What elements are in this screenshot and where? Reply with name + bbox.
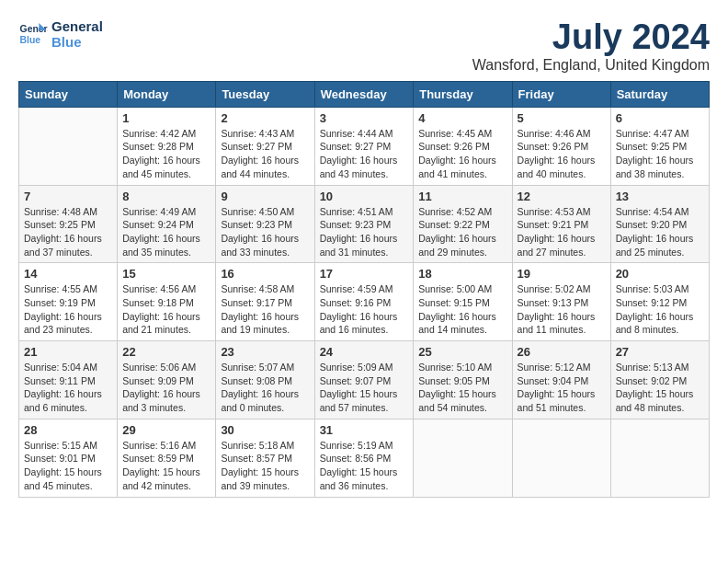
- calendar-week-5: 28Sunrise: 5:15 AMSunset: 9:01 PMDayligh…: [19, 419, 710, 497]
- day-number: 7: [24, 190, 112, 203]
- day-info: Sunrise: 4:48 AMSunset: 9:25 PMDaylight:…: [24, 205, 112, 259]
- calendar-cell: 3Sunrise: 4:44 AMSunset: 9:27 PMDaylight…: [314, 107, 414, 185]
- day-info: Sunrise: 4:59 AMSunset: 9:16 PMDaylight:…: [320, 282, 409, 337]
- day-number: 26: [518, 345, 606, 359]
- day-info: Sunrise: 4:47 AMSunset: 9:25 PMDaylight:…: [616, 127, 704, 181]
- calendar-cell: 16Sunrise: 4:58 AMSunset: 9:17 PMDayligh…: [216, 263, 314, 341]
- calendar-cell: 5Sunrise: 4:46 AMSunset: 9:26 PMDaylight…: [512, 107, 610, 185]
- day-number: 25: [418, 345, 506, 359]
- location: Wansford, England, United Kingdom: [472, 57, 710, 74]
- day-number: 10: [320, 190, 409, 203]
- day-info: Sunrise: 5:07 AMSunset: 9:08 PMDaylight:…: [221, 361, 309, 415]
- logo-blue: Blue: [51, 34, 103, 50]
- day-number: 14: [24, 267, 112, 281]
- day-info: Sunrise: 4:49 AMSunset: 9:24 PMDaylight:…: [122, 205, 210, 259]
- calendar-cell: 7Sunrise: 4:48 AMSunset: 9:25 PMDaylight…: [19, 185, 118, 263]
- day-info: Sunrise: 5:18 AMSunset: 8:57 PMDaylight:…: [221, 439, 309, 493]
- day-info: Sunrise: 5:19 AMSunset: 8:56 PMDaylight:…: [320, 439, 409, 493]
- calendar-cell: [512, 419, 610, 497]
- day-info: Sunrise: 5:12 AMSunset: 9:04 PMDaylight:…: [518, 361, 606, 415]
- day-number: 3: [320, 111, 409, 125]
- day-info: Sunrise: 4:46 AMSunset: 9:26 PMDaylight:…: [518, 127, 606, 181]
- day-info: Sunrise: 4:52 AMSunset: 9:22 PMDaylight:…: [418, 205, 506, 259]
- day-header-friday: Friday: [512, 81, 610, 107]
- calendar-cell: 25Sunrise: 5:10 AMSunset: 9:05 PMDayligh…: [414, 341, 512, 419]
- calendar-cell: 27Sunrise: 5:13 AMSunset: 9:02 PMDayligh…: [610, 341, 709, 419]
- title-section: July 2024 Wansford, England, United King…: [472, 18, 710, 74]
- calendar-cell: 31Sunrise: 5:19 AMSunset: 8:56 PMDayligh…: [314, 419, 414, 497]
- calendar-week-3: 14Sunrise: 4:55 AMSunset: 9:19 PMDayligh…: [19, 263, 710, 341]
- calendar-cell: 22Sunrise: 5:06 AMSunset: 9:09 PMDayligh…: [118, 341, 216, 419]
- day-header-thursday: Thursday: [414, 81, 512, 107]
- day-info: Sunrise: 5:09 AMSunset: 9:07 PMDaylight:…: [320, 361, 409, 415]
- day-number: 1: [122, 111, 210, 125]
- calendar-cell: 29Sunrise: 5:16 AMSunset: 8:59 PMDayligh…: [118, 419, 216, 497]
- calendar-cell: 4Sunrise: 4:45 AMSunset: 9:26 PMDaylight…: [414, 107, 512, 185]
- day-number: 28: [24, 423, 112, 437]
- day-number: 22: [122, 345, 210, 359]
- day-info: Sunrise: 4:50 AMSunset: 9:23 PMDaylight:…: [221, 205, 309, 259]
- calendar-cell: 19Sunrise: 5:02 AMSunset: 9:13 PMDayligh…: [512, 263, 610, 341]
- day-number: 23: [221, 345, 309, 359]
- day-number: 27: [616, 345, 704, 359]
- day-number: 20: [616, 267, 704, 281]
- day-number: 2: [221, 111, 309, 125]
- calendar-cell: 24Sunrise: 5:09 AMSunset: 9:07 PMDayligh…: [314, 341, 414, 419]
- day-info: Sunrise: 4:44 AMSunset: 9:27 PMDaylight:…: [320, 127, 409, 181]
- day-number: 4: [418, 111, 506, 125]
- day-info: Sunrise: 5:00 AMSunset: 9:15 PMDaylight:…: [418, 282, 506, 337]
- day-number: 29: [122, 423, 210, 437]
- calendar-cell: 21Sunrise: 5:04 AMSunset: 9:11 PMDayligh…: [19, 341, 118, 419]
- day-number: 8: [122, 190, 210, 203]
- day-info: Sunrise: 4:55 AMSunset: 9:19 PMDaylight:…: [24, 282, 112, 337]
- day-number: 15: [122, 267, 210, 281]
- calendar-cell: 28Sunrise: 5:15 AMSunset: 9:01 PMDayligh…: [19, 419, 118, 497]
- calendar-cell: [610, 419, 709, 497]
- day-number: 31: [320, 423, 409, 437]
- day-info: Sunrise: 5:03 AMSunset: 9:12 PMDaylight:…: [616, 282, 704, 337]
- day-number: 18: [418, 267, 506, 281]
- day-number: 9: [221, 190, 309, 203]
- calendar-cell: 30Sunrise: 5:18 AMSunset: 8:57 PMDayligh…: [216, 419, 314, 497]
- day-header-monday: Monday: [118, 81, 216, 107]
- calendar-table: SundayMondayTuesdayWednesdayThursdayFrid…: [18, 81, 710, 498]
- calendar-week-1: 1Sunrise: 4:42 AMSunset: 9:28 PMDaylight…: [19, 107, 710, 185]
- day-number: 11: [418, 190, 506, 203]
- calendar-cell: 8Sunrise: 4:49 AMSunset: 9:24 PMDaylight…: [118, 185, 216, 263]
- day-info: Sunrise: 4:53 AMSunset: 9:21 PMDaylight:…: [518, 205, 606, 259]
- calendar-cell: 11Sunrise: 4:52 AMSunset: 9:22 PMDayligh…: [414, 185, 512, 263]
- day-info: Sunrise: 4:58 AMSunset: 9:17 PMDaylight:…: [221, 282, 309, 337]
- day-number: 6: [616, 111, 704, 125]
- calendar-cell: 15Sunrise: 4:56 AMSunset: 9:18 PMDayligh…: [118, 263, 216, 341]
- calendar-cell: 26Sunrise: 5:12 AMSunset: 9:04 PMDayligh…: [512, 341, 610, 419]
- day-info: Sunrise: 4:51 AMSunset: 9:23 PMDaylight:…: [320, 205, 409, 259]
- day-header-tuesday: Tuesday: [216, 81, 314, 107]
- calendar-week-4: 21Sunrise: 5:04 AMSunset: 9:11 PMDayligh…: [19, 341, 710, 419]
- day-header-sunday: Sunday: [19, 81, 118, 107]
- day-number: 24: [320, 345, 409, 359]
- calendar-cell: 1Sunrise: 4:42 AMSunset: 9:28 PMDaylight…: [118, 107, 216, 185]
- day-info: Sunrise: 4:54 AMSunset: 9:20 PMDaylight:…: [616, 205, 704, 259]
- month-year: July 2024: [472, 18, 710, 57]
- day-number: 12: [518, 190, 606, 203]
- day-number: 30: [221, 423, 309, 437]
- day-info: Sunrise: 5:04 AMSunset: 9:11 PMDaylight:…: [24, 361, 112, 415]
- logo: General Blue General Blue: [18, 18, 103, 50]
- day-info: Sunrise: 5:15 AMSunset: 9:01 PMDaylight:…: [24, 439, 112, 493]
- page-header: General Blue General Blue July 2024 Wans…: [18, 18, 710, 74]
- day-header-saturday: Saturday: [610, 81, 709, 107]
- day-number: 5: [518, 111, 606, 125]
- calendar-cell: [19, 107, 118, 185]
- calendar-cell: 2Sunrise: 4:43 AMSunset: 9:27 PMDaylight…: [216, 107, 314, 185]
- calendar-cell: 20Sunrise: 5:03 AMSunset: 9:12 PMDayligh…: [610, 263, 709, 341]
- calendar-cell: 14Sunrise: 4:55 AMSunset: 9:19 PMDayligh…: [19, 263, 118, 341]
- day-info: Sunrise: 4:45 AMSunset: 9:26 PMDaylight:…: [418, 127, 506, 181]
- day-info: Sunrise: 5:10 AMSunset: 9:05 PMDaylight:…: [418, 361, 506, 415]
- calendar-cell: 18Sunrise: 5:00 AMSunset: 9:15 PMDayligh…: [414, 263, 512, 341]
- calendar-cell: 12Sunrise: 4:53 AMSunset: 9:21 PMDayligh…: [512, 185, 610, 263]
- calendar-week-2: 7Sunrise: 4:48 AMSunset: 9:25 PMDaylight…: [19, 185, 710, 263]
- day-number: 16: [221, 267, 309, 281]
- calendar-cell: 23Sunrise: 5:07 AMSunset: 9:08 PMDayligh…: [216, 341, 314, 419]
- calendar-cell: 17Sunrise: 4:59 AMSunset: 9:16 PMDayligh…: [314, 263, 414, 341]
- day-number: 21: [24, 345, 112, 359]
